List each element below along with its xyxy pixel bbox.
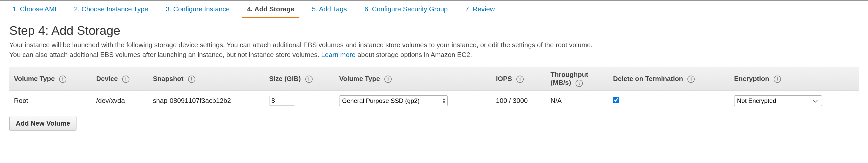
th-label: Volume Type	[339, 75, 380, 83]
th-label: Volume Type	[14, 75, 55, 83]
info-icon[interactable]: i	[59, 76, 66, 83]
th-label: Size (GiB)	[269, 75, 301, 83]
th-label: Delete on Termination	[613, 75, 683, 83]
table-row: Root /dev/xvda snap-08091107f3acb12b2 Ge…	[9, 90, 859, 111]
info-icon[interactable]: i	[517, 76, 524, 83]
learn-more-link[interactable]: Learn more	[321, 51, 355, 58]
th-iops: IOPS i	[491, 67, 546, 90]
info-icon[interactable]: i	[305, 76, 313, 83]
step-description-part2: about storage options in Amazon EC2.	[355, 51, 472, 58]
cell-size	[265, 90, 335, 111]
cell-snapshot: snap-08091107f3acb12b2	[148, 90, 265, 111]
cell-iops: 100 / 3000	[491, 90, 546, 111]
encryption-select[interactable]: Not Encrypted	[734, 95, 822, 106]
step-description-part1: Your instance will be launched with the …	[9, 41, 593, 58]
wizard-tab-configure-security-group[interactable]: 6. Configure Security Group	[359, 3, 453, 18]
page-title: Step 4: Add Storage	[9, 24, 859, 38]
th-label: Encryption	[734, 75, 769, 83]
wizard-tab-add-tags[interactable]: 5. Add Tags	[307, 3, 352, 18]
cell-volume-type-select: General Purpose SSD (gp2) ▴▾	[335, 90, 491, 111]
th-label: IOPS	[496, 75, 512, 83]
cell-throughput: N/A	[546, 90, 609, 111]
th-label: (MB/s)	[551, 79, 571, 87]
size-input[interactable]	[269, 96, 295, 106]
wizard-tab-review[interactable]: 7. Review	[460, 3, 500, 18]
info-icon[interactable]: i	[122, 76, 129, 83]
cell-type: Root	[9, 90, 91, 111]
wizard-tabs: 1. Choose AMI 2. Choose Instance Type 3.…	[0, 1, 868, 18]
cell-device: /dev/xvda	[91, 90, 148, 111]
th-encryption: Encryption i	[730, 67, 859, 90]
th-throughput: Throughput (MB/s) i	[546, 67, 609, 90]
wizard-tab-configure-instance[interactable]: 3. Configure Instance	[161, 3, 235, 18]
info-icon[interactable]: i	[188, 76, 195, 83]
th-label: Device	[96, 75, 118, 83]
th-volume-type: Volume Type i	[9, 67, 91, 90]
th-volume-type-2: Volume Type i	[335, 67, 491, 90]
step-description: Your instance will be launched with the …	[9, 40, 598, 59]
cell-encryption: Not Encrypted	[730, 90, 859, 111]
storage-table: Volume Type i Device i Snapshot i Size (…	[9, 67, 859, 111]
wizard-tab-add-storage[interactable]: 4. Add Storage	[242, 3, 300, 18]
add-new-volume-button[interactable]: Add New Volume	[9, 116, 76, 131]
info-icon[interactable]: i	[687, 76, 695, 83]
th-label: Throughput	[551, 71, 604, 79]
th-snapshot: Snapshot i	[148, 67, 265, 90]
th-delete-on-termination: Delete on Termination i	[609, 67, 730, 90]
volume-type-select[interactable]: General Purpose SSD (gp2)	[339, 95, 448, 106]
cell-delete-on-termination	[609, 90, 730, 111]
wizard-tab-choose-instance-type[interactable]: 2. Choose Instance Type	[69, 3, 153, 18]
info-icon[interactable]: i	[774, 76, 781, 83]
th-size: Size (GiB) i	[265, 67, 335, 90]
th-label: Snapshot	[153, 75, 183, 83]
info-icon[interactable]: i	[576, 80, 583, 87]
wizard-tab-choose-ami[interactable]: 1. Choose AMI	[7, 3, 62, 18]
th-device: Device i	[91, 67, 148, 90]
info-icon[interactable]: i	[384, 76, 392, 83]
delete-on-termination-checkbox[interactable]	[613, 97, 619, 103]
